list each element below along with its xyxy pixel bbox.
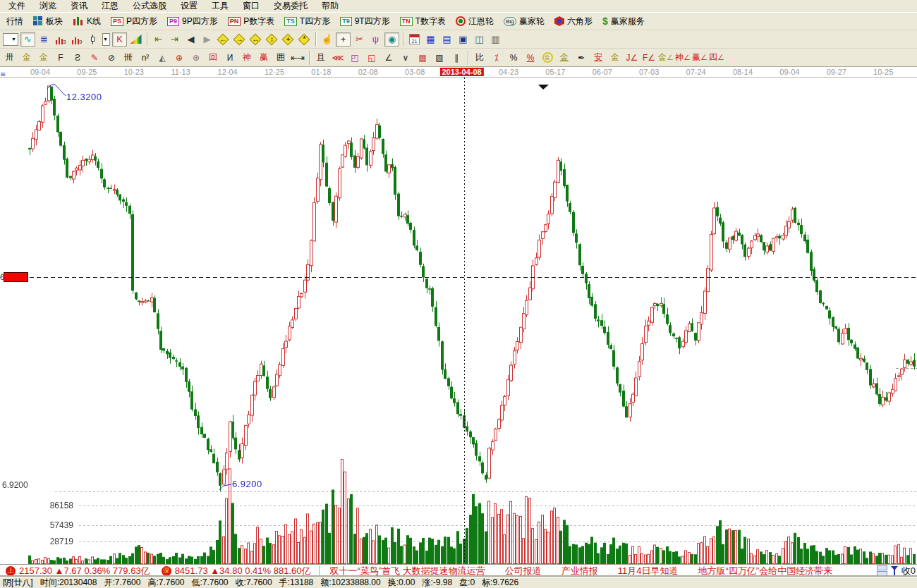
grid-arrow-tool[interactable]: ▨ [432,51,447,65]
delete-drawing-icon[interactable]: ✂ [352,32,367,47]
n-square-tool[interactable]: n² [138,51,153,65]
step-back-icon[interactable]: ◀ [183,32,198,47]
toolbar-kline-button[interactable]: K线 [68,14,106,29]
zoom-left-icon[interactable]: ← [216,32,231,47]
menu-item-6[interactable]: 工具 [205,0,236,13]
menu-item-3[interactable]: 江恩 [95,0,126,13]
spiral-tool[interactable]: Ƨ [70,51,85,65]
menu-item-1[interactable]: 浏览 [32,0,63,13]
menu-item-9[interactable]: 帮助 [315,0,346,13]
ink-pen-tool[interactable]: ✒ [573,51,589,65]
toolbar-t-square-button[interactable]: TST四方形 [279,14,335,29]
analysis-globe-icon[interactable]: ◉ [384,32,399,47]
ticker-scroll-spinner[interactable] [877,565,887,576]
news-item-1[interactable]: 公司报道 [505,565,542,577]
expand-cross-icon[interactable]: + [281,32,296,47]
star-target-tool[interactable]: ⊛ [188,51,204,65]
width-measure-tool[interactable]: ⇤⇥ [290,51,305,65]
toolbar-p-number-table-button[interactable]: PNP数字表 [223,14,280,29]
ying-angles-tool[interactable]: 赢∠ [692,51,708,65]
zoom-right-icon[interactable]: → [232,32,247,47]
fan-box-red-tool[interactable]: ◱ [364,51,379,65]
speed-fan-tool[interactable]: ⋘ [330,51,346,65]
expand-y-icon[interactable]: ↕ [265,32,279,47]
four-angles-tool[interactable]: 四∠ [709,51,724,65]
menu-item-4[interactable]: 公式选股 [126,0,174,13]
news-item-0[interactable]: 双十一“菜鸟”首飞 大数据提速物流运营 [329,565,485,577]
percent-tool[interactable]: % [506,51,521,65]
crosshair-tool-icon[interactable]: + [336,32,351,47]
toolbar-winner-wheel-button[interactable]: Big赢家轮 [499,14,549,29]
report-list-icon[interactable]: ≣ [37,32,51,47]
grid-123-tool[interactable]: 囲 [273,51,289,65]
square-target-tool[interactable]: 回 [205,51,221,65]
jump-first-icon[interactable]: ⇤ [151,32,166,47]
gold-ruler-tool-2[interactable]: 金 [36,51,51,65]
news-item-2[interactable]: 产业情报 [561,565,598,577]
an-levels-tool[interactable]: 安 [590,51,606,65]
news-item-3[interactable]: 11月4日早知道 [618,565,679,577]
shen-ruler-tool[interactable]: 神 [239,51,255,65]
calculator-icon[interactable]: ▦ [423,32,438,47]
jump-last-icon[interactable]: ⇥ [167,32,182,47]
box-frame-tool[interactable]: 且 [313,51,329,65]
ratio-gauge-tool[interactable]: 比 [472,51,487,65]
calendar-icon[interactable]: 21 [407,32,422,47]
news-item-4[interactable]: 地方版“四万亿”会给中国经济带来 [698,565,833,577]
zigzag-tool[interactable]: ∨ [398,51,413,65]
trend-chart-icon[interactable]: ∿ [20,32,35,47]
small-charts-9-icon[interactable]: 9 [69,32,84,47]
toolbar-quotes-button[interactable]: 行情 [1,14,28,29]
send-net-icon[interactable]: ◫ [472,32,487,47]
candle-style-icon[interactable] [85,32,100,47]
period-dropdown[interactable]: ▼ [3,33,18,46]
f-angles-tool[interactable]: F∠ [641,51,657,65]
marker-pen-tool[interactable]: ✎ [87,51,102,65]
toolbar-9t-square-button[interactable]: T99T四方形 [335,14,395,29]
gold-levels-tool[interactable]: 金 [557,51,572,65]
circle-cross-tool[interactable]: ⊕ [171,51,187,65]
parallel-lines-tool[interactable]: ∥ [449,51,464,65]
time-dial-tool[interactable]: ⊘ [104,51,119,65]
small-charts-3-icon[interactable]: 3 [53,32,68,47]
gann-ruler-tool[interactable]: 卅 [2,51,18,65]
kline-pattern-icon[interactable]: K [112,32,127,47]
memo-icon[interactable]: ▤ [439,32,454,47]
toolbar-winner-service-button[interactable]: $赢家服务 [597,14,650,29]
ying-ruler-tool[interactable]: 赢 [256,51,272,65]
candle-style-dropdown[interactable]: ▼ [102,33,110,46]
menu-item-2[interactable]: 资讯 [63,0,95,13]
dense-ruler-tool[interactable]: 卌 [121,51,136,65]
gold-level-tool[interactable]: 金 [607,51,623,65]
toolbar-9p-square-button[interactable]: P99P四方形 [162,14,223,29]
menu-item-0[interactable]: 文件 [1,0,32,13]
angle-flag-tool[interactable]: ◭ [154,51,170,65]
toolbar-blocks-button[interactable]: 板块 [28,14,68,29]
toolbar-hexagon-button[interactable]: 六角形 [549,14,597,29]
expand-all-icon[interactable]: * [297,32,312,47]
toolbar-gann-wheel-button[interactable]: 江恩轮 [451,14,499,29]
f-ruler-tool[interactable]: F [53,51,68,65]
menu-item-8[interactable]: 交易委托 [267,0,315,13]
gold-circle-tool[interactable]: 金 [540,51,555,65]
save-icon[interactable]: ▣ [456,32,470,47]
grid-red-tool[interactable]: ▦ [415,51,430,65]
gold-ruler-tool-1[interactable]: 金 [19,51,35,65]
color-gradient-icon[interactable] [128,32,143,47]
j-angles-tool[interactable]: J∠ [624,51,640,65]
menu-item-7[interactable]: 窗口 [236,0,267,13]
wave-mark-tool[interactable]: И [222,51,238,65]
toolbar-t-number-table-button[interactable]: TNT数字表 [395,14,451,29]
print-icon[interactable]: ▥ [488,32,503,47]
percent-slash-tool[interactable]: ⁒ [489,51,504,65]
shen-angles-tool[interactable]: 神∠ [675,51,691,65]
magic-net-icon[interactable]: ψ [368,32,383,47]
toolbar-p-square-button[interactable]: PSP四方形 [106,14,162,29]
menu-item-5[interactable]: 设置 [174,0,205,13]
step-forward-icon[interactable]: ▶ [200,32,214,47]
trend-angle-tool[interactable]: ∠ [381,51,396,65]
hand-tool-icon[interactable]: ☝ [320,32,334,47]
main-chart-canvas[interactable] [0,78,917,564]
gold-angles-tool[interactable]: 金∠ [658,51,674,65]
expand-x-icon[interactable]: ↔ [248,32,263,47]
